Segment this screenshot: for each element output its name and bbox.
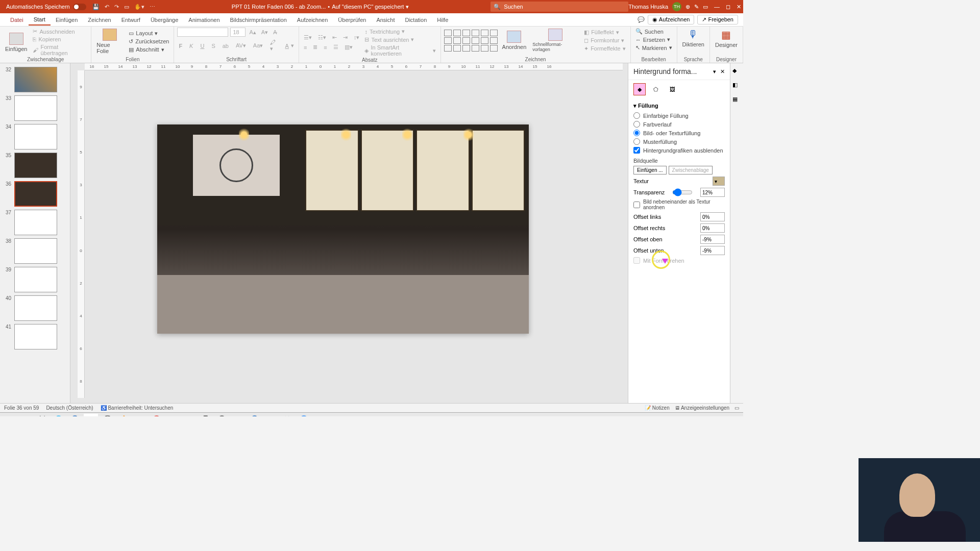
thumb-38[interactable]: 38 (0, 237, 70, 265)
save-icon[interactable]: 💾 (92, 4, 100, 10)
comments-icon[interactable]: 💬 (638, 16, 645, 23)
tab-dictation[interactable]: Dictation (400, 15, 432, 25)
taskbar-word[interactable]: W (263, 414, 278, 417)
increase-font-icon[interactable]: A▴ (248, 29, 257, 36)
bullets-button[interactable]: ☰▾ (302, 34, 313, 41)
offset-right-value[interactable]: 0% (700, 223, 725, 233)
transparency-value[interactable]: 12% (700, 188, 725, 197)
touch-icon[interactable]: ✋▾ (134, 4, 144, 10)
thumb-39[interactable]: 39 (0, 265, 70, 294)
header-icon-1[interactable]: ⊕ (685, 4, 690, 10)
gradient-fill-option[interactable]: Farbverlauf (633, 120, 725, 129)
arrange-button[interactable]: Anordnen (500, 30, 529, 51)
thumb-41[interactable]: 41 (0, 322, 70, 351)
thumb-37[interactable]: 37 (0, 208, 70, 237)
thumb-36[interactable]: 36 (0, 180, 70, 208)
case-button[interactable]: Aa▾ (252, 42, 264, 49)
taskbar-edge[interactable]: 🔵 (67, 414, 82, 417)
slide-canvas[interactable] (157, 124, 529, 334)
spacing-button[interactable]: AV▾ (234, 42, 248, 49)
start-button[interactable]: ⊞ (2, 414, 16, 417)
maximize-button[interactable]: ◻ (726, 4, 730, 10)
rail-icon-2[interactable]: ◧ (732, 82, 742, 91)
accessibility-status[interactable]: ♿ Barrierefreiheit: Untersuchen (101, 405, 174, 411)
panel-dropdown-icon[interactable]: ▾ (713, 68, 716, 75)
linespacing-button[interactable]: ↕▾ (352, 34, 361, 41)
tab-entwurf[interactable]: Entwurf (116, 15, 145, 25)
indent-inc-button[interactable]: ⇥ (341, 34, 349, 41)
undo-icon[interactable]: ↶ (105, 4, 109, 10)
text-direction-button[interactable]: ↕ Textrichtung ▾ (363, 28, 437, 35)
effects-tab-icon[interactable]: ⬠ (650, 83, 662, 95)
transparency-slider[interactable] (672, 188, 693, 196)
taskbar-app-5[interactable]: ⏺ (231, 414, 245, 417)
slideshow-icon[interactable]: ▭ (124, 4, 129, 10)
slide-editor[interactable]: 1615141312111098765432101234567891011121… (70, 63, 628, 403)
taskbar-app-6[interactable]: 🔵 (247, 414, 261, 417)
copy-button[interactable]: ⎘ Kopieren (31, 36, 88, 43)
align-left-button[interactable]: ≡ (302, 44, 308, 51)
font-color-button[interactable]: A▾ (284, 42, 296, 49)
font-family-combo[interactable] (177, 28, 228, 37)
taskbar-app-3[interactable]: 🔴 (149, 414, 163, 417)
paste-button[interactable]: Einfügen (3, 32, 29, 53)
dictate-button[interactable]: 🎙Diktieren (680, 28, 706, 48)
taskbar-app-4[interactable]: 📱 (198, 414, 212, 417)
taskbar-onenote[interactable]: N (165, 414, 180, 417)
slide-count[interactable]: Folie 36 von 59 (4, 405, 39, 411)
taskbar-explorer[interactable]: 📁 (18, 414, 33, 417)
picture-fill-option[interactable]: Bild- oder Texturfüllung (633, 129, 725, 137)
font-size-combo[interactable]: 18 (230, 28, 246, 37)
format-painter-button[interactable]: 🖌 Format übertragen (31, 43, 88, 57)
thumb-40[interactable]: 40 (0, 294, 70, 322)
picture-tab-icon[interactable]: 🖼 (666, 83, 678, 95)
justify-button[interactable]: ☰ (332, 43, 340, 51)
tab-bildschirm[interactable]: Bildschirmpräsentation (225, 15, 292, 25)
saved-location[interactable]: Auf "diesem PC" gespeichert (332, 4, 404, 10)
shape-outline-button[interactable]: ◻ Formkontur ▾ (582, 37, 627, 44)
columns-button[interactable]: ▥▾ (343, 43, 354, 51)
designer-button[interactable]: ▦Designer (713, 28, 740, 49)
quick-styles-button[interactable]: Schnellformat-vorlagen (530, 28, 580, 53)
header-icon-2[interactable]: ✎ (694, 4, 699, 10)
hide-bg-graphics-option[interactable]: Hintergrundgrafiken ausblenden (633, 146, 725, 155)
tab-start[interactable]: Start (29, 14, 51, 26)
clear-format-icon[interactable]: A̶ (272, 29, 279, 36)
taskbar-app-1[interactable]: 💬 (100, 414, 114, 417)
shape-fill-button[interactable]: ◧ Fülleffekt ▾ (582, 29, 627, 36)
taskbar-excel[interactable]: X (312, 414, 327, 417)
slide-thumbnails[interactable]: 32 33 34 35 36 37 38 39 40 41 (0, 63, 70, 403)
tab-hilfe[interactable]: Hilfe (432, 15, 453, 25)
find-button[interactable]: 🔍 Suchen (634, 28, 674, 35)
user-name[interactable]: Thomas Hruska (628, 4, 668, 10)
tab-zeichnen[interactable]: Zeichnen (83, 15, 116, 25)
offset-left-value[interactable]: 0% (700, 212, 725, 221)
qat-more-icon[interactable]: ⋯ (150, 4, 155, 10)
tab-ansicht[interactable]: Ansicht (371, 15, 400, 25)
insert-image-button[interactable]: Einfügen ... (633, 166, 667, 174)
search-box[interactable]: 🔍 Suchen (491, 2, 628, 12)
taskbar-vlc[interactable]: 🔶 (116, 414, 131, 417)
taskbar-firefox[interactable]: 🦊 (35, 414, 49, 417)
taskbar-app-2[interactable]: 📷 (133, 414, 147, 417)
notes-button[interactable]: 📝 Notizen (645, 405, 670, 411)
thumb-32[interactable]: 32 (0, 65, 70, 94)
select-button[interactable]: ↖ Markieren ▾ (634, 44, 674, 52)
bold-button[interactable]: F (177, 42, 184, 49)
thumb-35[interactable]: 35 (0, 151, 70, 180)
cut-button[interactable]: ✂ Ausschneiden (31, 28, 88, 35)
clipboard-image-button[interactable]: Zwischenablage (669, 166, 713, 174)
thumb-33[interactable]: 33 (0, 94, 70, 122)
new-slide-button[interactable]: Neue Folie (94, 28, 125, 55)
close-button[interactable]: ✕ (737, 4, 741, 10)
minimize-button[interactable]: — (714, 4, 720, 10)
tab-einfuegen[interactable]: Einfügen (51, 15, 83, 25)
section-button[interactable]: ▤ Abschnitt ▾ (127, 46, 170, 54)
pattern-fill-option[interactable]: Musterfüllung (633, 137, 725, 146)
view-normal-icon[interactable]: ▭ (734, 405, 739, 411)
fill-tab-icon[interactable]: ◆ (633, 83, 646, 95)
texture-picker[interactable]: ▾ (713, 177, 725, 186)
taskbar-obs[interactable]: ⚫ (214, 414, 229, 417)
share-button[interactable]: ↗ Freigeben (697, 15, 738, 24)
thumb-34[interactable]: 34 (0, 122, 70, 151)
